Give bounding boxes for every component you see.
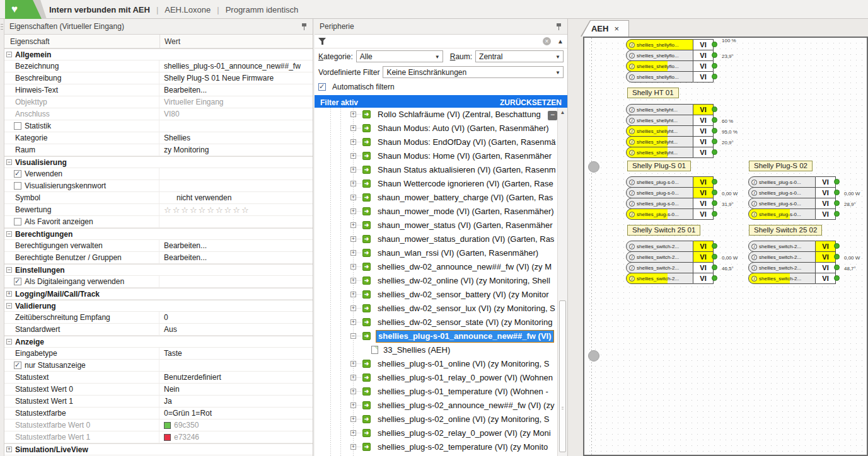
tree-item[interactable]: 33_Shellies (AEH): [315, 343, 557, 357]
tree-item[interactable]: +➜shaun_mower_status_duration (VI) (Gart…: [315, 232, 557, 246]
property-row[interactable]: Als Digitaleingang verwenden: [4, 276, 313, 288]
property-value[interactable]: [159, 120, 313, 132]
property-value[interactable]: shellies_plug-s-01_announce_new##_fw: [159, 60, 313, 72]
expand-icon[interactable]: +: [350, 402, 356, 408]
expand-icon[interactable]: +: [350, 139, 356, 145]
property-value[interactable]: [159, 180, 313, 191]
output-connector-icon[interactable]: [712, 149, 717, 155]
category-dropdown[interactable]: Alle ▼: [356, 50, 443, 62]
property-row[interactable]: Verwenden: [4, 168, 313, 180]
collapsed-dock-strip[interactable]: [0, 19, 4, 456]
tree-item[interactable]: +➜Shaun Wettercode ignorieren (VI) (Gart…: [315, 177, 557, 191]
device-group-title[interactable]: Shelly Plug-S 02: [749, 161, 813, 171]
property-value[interactable]: Bearbeiten...: [159, 252, 313, 263]
expand-icon[interactable]: +: [350, 444, 356, 450]
property-row[interactable]: KategorieShellies: [4, 132, 313, 144]
property-row[interactable]: Berechtigte Benutzer / GruppenBearbeiten…: [4, 252, 313, 264]
tree-item[interactable]: +➜shellies_plug-s-01_online (VI) (zy Mon…: [315, 357, 557, 371]
expand-group-icon[interactable]: +: [6, 447, 12, 452]
expand-icon[interactable]: +: [350, 361, 356, 367]
virtual-input-block[interactable]: ishellies_shellyht...VI: [626, 136, 714, 147]
expand-icon[interactable]: +: [350, 389, 356, 394]
expand-icon[interactable]: +: [350, 181, 356, 186]
device-group-title[interactable]: Shelly HT 01: [627, 88, 679, 98]
output-connector-icon[interactable]: [834, 211, 840, 217]
property-value[interactable]: Shellies: [159, 132, 313, 144]
property-value[interactable]: zy Monitoring: [159, 144, 313, 156]
expand-icon[interactable]: +: [350, 264, 356, 270]
virtual-input-block[interactable]: ishellies_shellyflo...VI: [626, 50, 714, 61]
close-icon[interactable]: ×: [614, 24, 619, 33]
property-row[interactable]: Hinweis-TextBearbeiten...: [4, 84, 313, 96]
virtual-input-block[interactable]: ishellies_shellyht...VI: [626, 147, 714, 158]
property-value[interactable]: [159, 216, 313, 227]
predefined-filter-dropdown[interactable]: Keine Einschränkungen ▼: [383, 66, 564, 78]
tree-item[interactable]: +➜shaun_mower_mode (VI) (Garten, Rasenmä…: [315, 205, 557, 219]
property-value[interactable]: Shelly Plug-S 01 Neue Firmware: [159, 72, 313, 84]
property-row[interactable]: Raumzy Monitoring: [4, 144, 313, 156]
property-group-row[interactable]: −Visualisierung: [4, 156, 313, 168]
output-connector-icon[interactable]: [712, 275, 717, 281]
program-canvas[interactable]: ishellies_shellyflo...VI100 %ishellies_s…: [583, 37, 868, 456]
output-connector-icon[interactable]: [712, 128, 717, 134]
tree-item[interactable]: +➜shellies_plug-s-02_announce_new##_fw (…: [315, 399, 557, 413]
property-row[interactable]: AnschlussVI80: [4, 108, 313, 120]
tree-item[interactable]: +➜shellies_dw-02_sensor_battery (VI) (zy…: [315, 288, 557, 302]
expand-icon[interactable]: +: [350, 208, 356, 214]
output-connector-icon[interactable]: [834, 243, 840, 249]
tree-item[interactable]: +➜shellies_plug-s-02_relay_0_power (VI) …: [315, 426, 557, 440]
virtual-input-block[interactable]: ishellies_plug-s-0...VI: [748, 187, 836, 198]
output-connector-icon[interactable]: [712, 117, 717, 123]
virtual-input-block[interactable]: ishellies_switch-2...VI: [748, 273, 836, 284]
output-connector-icon[interactable]: [712, 63, 717, 69]
output-connector-icon[interactable]: [712, 179, 717, 185]
property-value[interactable]: [159, 168, 313, 180]
expand-icon[interactable]: +: [350, 195, 356, 200]
virtual-input-block[interactable]: ishellies_plug-s-0...VI: [748, 198, 836, 209]
property-group-row[interactable]: −Validierung: [4, 300, 313, 312]
checkbox-unchecked[interactable]: [14, 218, 21, 225]
filter-search-row[interactable]: × ▲: [315, 35, 567, 48]
expand-icon[interactable]: +: [350, 416, 356, 422]
tree-item[interactable]: +➜shellies_dw-02_announce_new##_fw (VI) …: [315, 260, 557, 274]
virtual-input-block[interactable]: ishellies_switch-2...VI: [626, 251, 714, 263]
collapse-all-button[interactable]: −: [548, 111, 557, 120]
column-wert[interactable]: Wert: [159, 35, 313, 48]
property-value[interactable]: 0: [159, 312, 313, 323]
virtual-input-block[interactable]: ishellies_switch-2...VI: [626, 262, 714, 273]
virtual-input-block[interactable]: ishellies_shellyflo...VI: [626, 39, 714, 50]
property-row[interactable]: Bezeichnungshellies_plug-s-01_announce_n…: [4, 60, 313, 72]
expand-group-icon[interactable]: +: [6, 291, 12, 297]
virtual-input-block[interactable]: ishellies_plug-s-0...VI: [626, 198, 714, 209]
virtual-input-block[interactable]: ishellies_shellyht...VI: [626, 115, 714, 126]
scrollbar-thumb[interactable]: [559, 300, 566, 452]
property-group-row[interactable]: +Simulation/LiveView: [4, 443, 313, 455]
tree-item[interactable]: +➜shellies_plug-s-02_online (VI) (zy Mon…: [315, 413, 557, 426]
expand-icon[interactable]: +: [350, 111, 356, 117]
property-group-row[interactable]: −Berechtigungen: [4, 228, 313, 240]
tree-item[interactable]: +➜shaun_mower_status (VI) (Garten, Rasen…: [315, 219, 557, 232]
checkbox-unchecked[interactable]: [14, 182, 21, 190]
tree-item[interactable]: +➜Rollo Schlafräume (VI) (Zentral, Besch…: [315, 108, 557, 122]
expand-icon[interactable]: +: [350, 222, 356, 228]
collapse-group-icon[interactable]: −: [6, 303, 12, 309]
property-value[interactable]: e73246: [159, 431, 313, 443]
collapse-group-icon[interactable]: −: [6, 267, 12, 273]
output-connector-icon[interactable]: [712, 265, 717, 270]
property-row[interactable]: ObjekttypVirtueller Eingang: [4, 96, 313, 108]
property-value[interactable]: Bearbeiten...: [159, 84, 313, 96]
virtual-input-block[interactable]: ishellies_switch-2...VI: [626, 241, 714, 252]
output-connector-icon[interactable]: [712, 211, 717, 217]
property-value[interactable]: Benutzerdefiniert: [159, 372, 313, 383]
output-connector-icon[interactable]: [712, 106, 717, 112]
property-row[interactable]: Bewertung☆☆☆☆☆☆☆☆☆☆: [4, 204, 313, 216]
expand-icon[interactable]: +: [350, 250, 356, 256]
pin-icon[interactable]: [556, 23, 562, 30]
tree-item[interactable]: +➜Shaun Status aktualisieren (VI) (Garte…: [315, 163, 557, 177]
expand-icon[interactable]: +: [350, 430, 356, 436]
property-value[interactable]: Aus: [159, 324, 313, 335]
output-connector-icon[interactable]: [712, 190, 717, 195]
property-value[interactable]: VI80: [159, 108, 313, 120]
output-connector-icon[interactable]: [712, 254, 717, 259]
device-group-title[interactable]: Shelly Plug-S 01: [627, 161, 691, 171]
